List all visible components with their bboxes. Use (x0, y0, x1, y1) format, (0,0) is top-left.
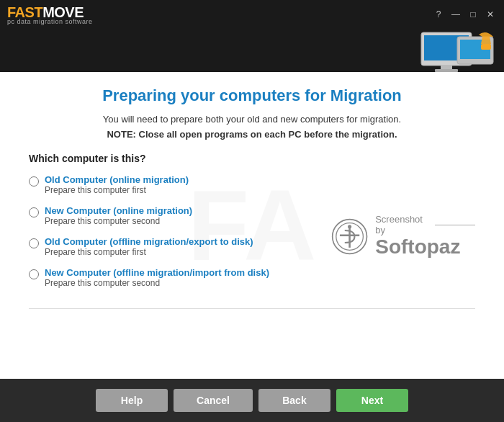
option-4-radio[interactable] (29, 269, 39, 279)
svg-rect-3 (435, 69, 458, 72)
computer-svg (418, 31, 497, 74)
options-area: Old Computer (online migration) Prepare … (29, 174, 475, 298)
option-3-title[interactable]: Old Computer (offline migration/export t… (45, 236, 253, 247)
option-3-subtitle: Prepare this computer first (45, 247, 253, 257)
title-bar: FAST MOVE pc data migration software ? —… (0, 0, 504, 29)
note-text: NOTE: Close all open programs on each PC… (29, 129, 475, 140)
question-text: Which computer is this? (29, 153, 475, 164)
window-controls: ? — □ ✕ (432, 8, 497, 21)
description-text: You will need to prepare both your old a… (29, 114, 475, 125)
app-logo: FAST MOVE pc data migration software (7, 4, 93, 25)
softopaz-text: Screenshot by Softopaz (375, 214, 475, 259)
close-button[interactable]: ✕ (484, 8, 497, 21)
svg-rect-6 (481, 44, 491, 50)
option-2-subtitle: Prepare this computer second (45, 216, 192, 226)
option-4-subtitle: Prepare this computer second (45, 278, 269, 288)
next-button[interactable]: Next (336, 389, 408, 412)
footer: Help Cancel Back Next (0, 379, 504, 422)
option-1-radio[interactable] (29, 176, 39, 187)
back-button[interactable]: Back (258, 389, 330, 412)
option-3-labels: Old Computer (offline migration/export t… (45, 236, 253, 257)
option-1-subtitle: Prepare this computer first (45, 185, 189, 195)
divider (29, 308, 475, 309)
option-4-labels: New Computer (offline migration/import f… (45, 267, 269, 288)
cancel-button[interactable]: Cancel (174, 389, 253, 412)
option-4-item: New Computer (offline migration/import f… (29, 267, 317, 288)
option-3-item: Old Computer (offline migration/export t… (29, 236, 317, 257)
radio-options: Old Computer (online migration) Prepare … (29, 174, 317, 298)
softopaz-inner: Screenshot by Softopaz (331, 214, 475, 259)
maximize-button[interactable]: □ (467, 8, 480, 21)
screenshot-by-label: Screenshot by (375, 214, 475, 235)
main-window: FAST MOVE pc data migration software ? —… (0, 0, 504, 422)
option-1-title[interactable]: Old Computer (online migration) (45, 174, 189, 185)
option-2-radio[interactable] (29, 207, 39, 217)
softopaz-name: Softopaz (375, 235, 475, 259)
option-4-title[interactable]: New Computer (offline migration/import f… (45, 267, 269, 278)
computer-illustration (418, 31, 490, 71)
main-content: FA Preparing your computers for Migratio… (0, 72, 504, 379)
option-2-title[interactable]: New Computer (online migration) (45, 205, 192, 216)
option-1-labels: Old Computer (online migration) Prepare … (45, 174, 189, 195)
logo-text: FAST MOVE pc data migration software (7, 4, 93, 25)
option-2-item: New Computer (online migration) Prepare … (29, 205, 317, 226)
logo-subtitle: pc data migration software (7, 18, 93, 25)
svg-point-11 (348, 225, 351, 228)
option-1-item: Old Computer (online migration) Prepare … (29, 174, 317, 195)
option-2-labels: New Computer (online migration) Prepare … (45, 205, 192, 226)
softopaz-logo-svg (331, 217, 368, 256)
header-area (0, 29, 504, 72)
help-button[interactable]: Help (96, 389, 168, 412)
minimize-button[interactable]: — (449, 8, 462, 21)
page-title: Preparing your computers for Migration (29, 86, 475, 105)
help-title-button[interactable]: ? (432, 8, 445, 21)
softopaz-badge: Screenshot by Softopaz (317, 174, 475, 298)
option-3-radio[interactable] (29, 238, 39, 248)
